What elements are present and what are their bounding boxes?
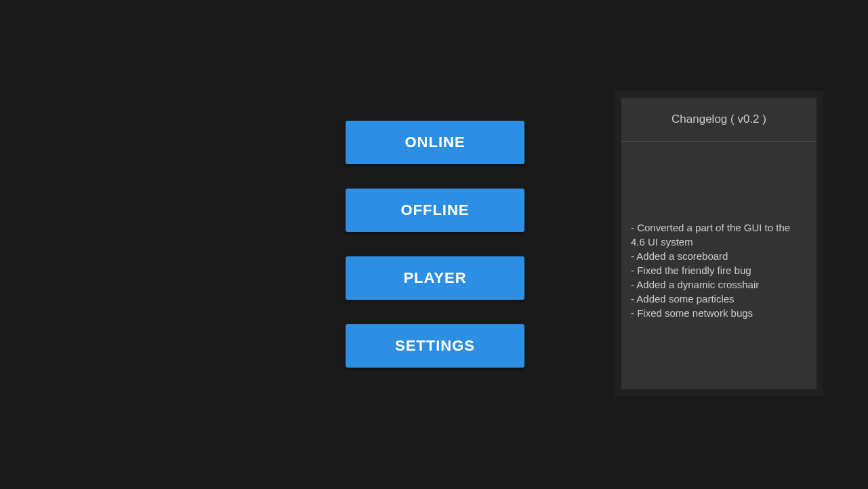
player-button[interactable]: PLAYER xyxy=(346,256,524,300)
changelog-panel: Changelog ( v0.2 ) - Converted a part of… xyxy=(615,91,823,396)
changelog-item: - Fixed some network bugs xyxy=(631,306,807,320)
changelog-item: - Fixed the friendly fire bug xyxy=(631,263,807,277)
offline-button[interactable]: OFFLINE xyxy=(346,189,524,232)
changelog-spacer xyxy=(631,153,807,220)
main-menu: ONLINE OFFLINE PLAYER SETTINGS xyxy=(346,121,524,368)
settings-button[interactable]: SETTINGS xyxy=(346,324,524,368)
changelog-title: Changelog ( v0.2 ) xyxy=(621,98,817,142)
changelog-item: - Added a scoreboard xyxy=(631,249,807,263)
changelog-inner: Changelog ( v0.2 ) - Converted a part of… xyxy=(621,98,817,389)
changelog-item: - Converted a part of the GUI to the 4.6… xyxy=(631,220,807,249)
changelog-item: - Added a dynamic crosshair xyxy=(631,277,807,292)
changelog-body: - Converted a part of the GUI to the 4.6… xyxy=(621,142,817,389)
changelog-item: - Added some particles xyxy=(631,292,807,306)
online-button[interactable]: ONLINE xyxy=(346,121,524,164)
